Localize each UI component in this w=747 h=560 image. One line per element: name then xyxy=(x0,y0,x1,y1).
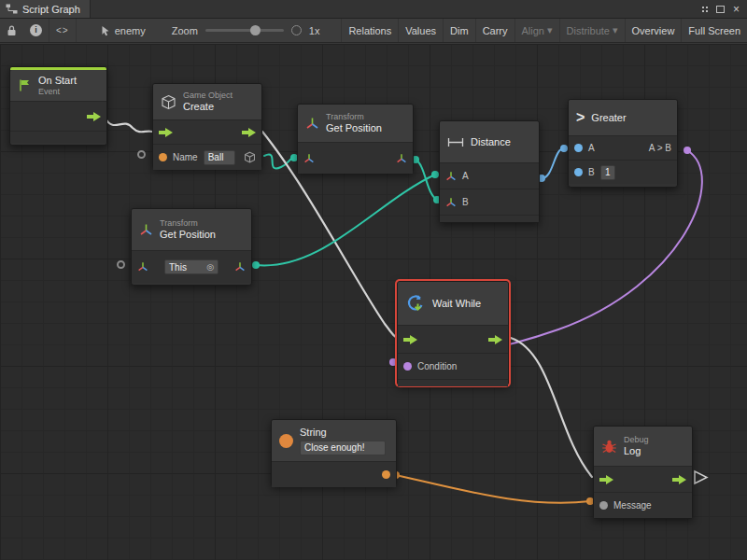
node-on-start[interactable]: On Start Event xyxy=(9,66,107,146)
a-in-port[interactable] xyxy=(574,144,583,152)
result-out-port[interactable]: A > B xyxy=(649,143,671,153)
b-field[interactable] xyxy=(600,165,615,180)
node-category: Debug xyxy=(624,435,649,445)
bug-icon xyxy=(601,440,617,454)
object-picker-icon[interactable]: ◎ xyxy=(206,262,214,272)
pointer-icon xyxy=(101,25,110,36)
zoom-slider-handle[interactable] xyxy=(250,25,261,35)
breadcrumb[interactable]: enemy xyxy=(101,25,146,36)
condition-label: Condition xyxy=(417,361,457,371)
node-title: Create xyxy=(183,101,233,113)
string-icon xyxy=(279,434,293,448)
script-graph-icon xyxy=(6,4,18,14)
align-button: Align▾ xyxy=(514,19,559,42)
control-out-port[interactable] xyxy=(672,475,686,484)
window-menu-icon[interactable] xyxy=(702,7,704,8)
title-bar: Script Graph × xyxy=(0,0,747,19)
zoom-value: 1x xyxy=(309,25,320,36)
node-get-position-b[interactable]: Transform Get Position This ◎ xyxy=(131,208,252,286)
string-field[interactable] xyxy=(300,441,386,455)
graph-name-label: enemy xyxy=(115,25,146,36)
lock-button[interactable] xyxy=(0,19,23,42)
name-field[interactable] xyxy=(204,150,235,165)
zoom-slider[interactable] xyxy=(205,29,284,32)
control-out-port[interactable] xyxy=(87,112,101,121)
control-out-port[interactable] xyxy=(488,335,502,344)
node-greater[interactable]: > Greater A A > B B xyxy=(568,99,678,188)
node-title: Log xyxy=(624,445,649,457)
graph-canvas[interactable]: On Start Event Game Object Create xyxy=(0,44,747,560)
name-label: Name xyxy=(173,152,198,162)
node-distance[interactable]: Distance A B xyxy=(439,120,540,223)
overview-button[interactable]: Overview xyxy=(625,19,682,42)
node-title: Greater xyxy=(591,112,626,124)
close-icon[interactable]: × xyxy=(733,4,740,15)
node-title: Get Position xyxy=(160,229,216,241)
name-input-port[interactable] xyxy=(159,153,167,161)
control-in-port[interactable] xyxy=(159,128,173,137)
node-category: Transform xyxy=(160,218,216,229)
node-title: On Start xyxy=(38,75,77,87)
window-title: Script Graph xyxy=(22,4,80,15)
carry-button[interactable]: Carry xyxy=(475,19,514,42)
b-in-port[interactable] xyxy=(445,197,457,208)
position-out-port[interactable] xyxy=(234,261,246,273)
control-in-port[interactable] xyxy=(599,475,613,484)
code-view-button[interactable]: <> xyxy=(49,19,76,42)
tab-script-graph[interactable]: Script Graph xyxy=(0,0,91,18)
maximize-icon[interactable] xyxy=(716,6,725,13)
node-footer xyxy=(398,379,508,386)
zoom-reset-icon[interactable] xyxy=(291,25,302,35)
node-create[interactable]: Game Object Create Name xyxy=(152,83,262,169)
a-in-port[interactable] xyxy=(445,171,457,182)
transform-in-port[interactable] xyxy=(137,261,148,273)
transform-in-port[interactable] xyxy=(303,153,315,164)
control-in-port[interactable] xyxy=(403,335,417,344)
node-category: Transform xyxy=(326,112,382,122)
transform-icon xyxy=(139,223,153,237)
gameobject-out-port[interactable] xyxy=(244,151,256,163)
node-subtitle: Event xyxy=(38,87,77,97)
message-in-port[interactable] xyxy=(599,501,608,510)
values-button[interactable]: Values xyxy=(398,19,443,42)
message-label: Message xyxy=(613,500,652,511)
position-out-port[interactable] xyxy=(396,153,407,164)
b-in-port[interactable] xyxy=(574,168,583,176)
wire-distance-greater[interactable] xyxy=(542,148,564,178)
wire-getposition-distance-a[interactable] xyxy=(256,175,435,265)
flag-icon xyxy=(18,78,32,92)
wire-onstart-create[interactable] xyxy=(106,119,152,132)
string-out-port[interactable] xyxy=(382,470,390,479)
chevron-down-icon: ▾ xyxy=(547,24,553,36)
chevron-down-icon: ▾ xyxy=(613,24,618,36)
full-screen-button[interactable]: Full Screen xyxy=(681,19,747,42)
transform-icon xyxy=(305,117,319,131)
node-category: Game Object xyxy=(183,91,233,101)
node-string[interactable]: String xyxy=(271,419,397,486)
distribute-button: Distribute▾ xyxy=(559,19,625,42)
toolbar-separator xyxy=(76,19,77,42)
info-button[interactable]: i xyxy=(23,19,49,42)
wait-clock-icon xyxy=(405,293,426,314)
node-wait-while[interactable]: Wait While Condition xyxy=(397,281,509,385)
unconnected-port[interactable] xyxy=(137,150,146,159)
node-title: Wait While xyxy=(432,298,481,310)
target-field[interactable]: This ◎ xyxy=(164,259,218,274)
a-label: A xyxy=(462,171,469,181)
b-label: B xyxy=(462,197,469,207)
wire-create-getposition[interactable] xyxy=(264,155,294,169)
wire-string-message[interactable] xyxy=(396,475,590,503)
node-get-position-a[interactable]: Transform Get Position xyxy=(297,104,414,174)
distance-icon xyxy=(447,137,464,147)
unconnected-port[interactable] xyxy=(117,260,125,269)
a-label: A xyxy=(588,143,595,153)
control-out-port[interactable] xyxy=(242,128,256,137)
condition-in-port[interactable] xyxy=(403,362,412,371)
zoom-label: Zoom xyxy=(172,25,198,36)
dim-button[interactable]: Dim xyxy=(443,19,475,42)
continue-triangle-icon xyxy=(695,471,707,483)
wire-getposition-distance-b[interactable] xyxy=(416,160,437,200)
node-log[interactable]: Debug Log Message xyxy=(593,426,693,519)
wire-waitwhile-log[interactable] xyxy=(511,338,592,477)
relations-button[interactable]: Relations xyxy=(341,19,398,42)
